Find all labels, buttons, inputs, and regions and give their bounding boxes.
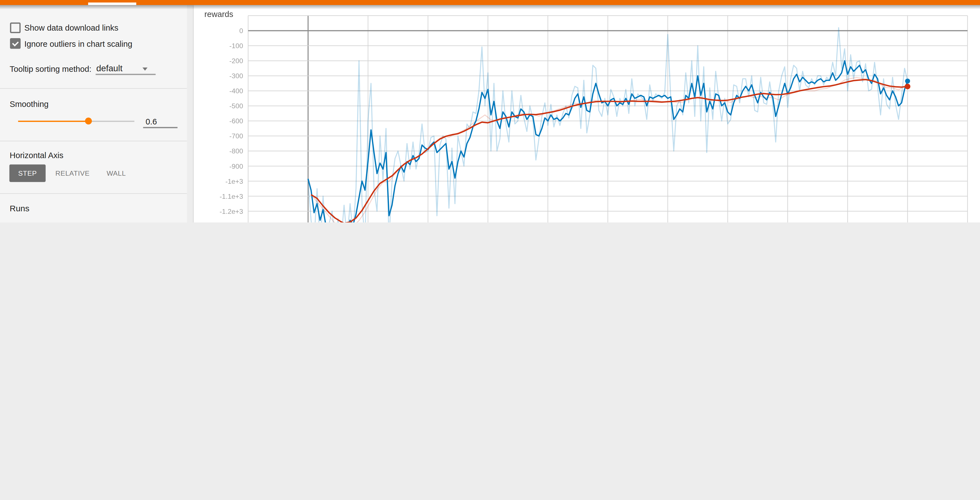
svg-text:-500: -500: [229, 102, 243, 110]
active-tab-indicator: [88, 3, 136, 5]
ignore-outliers-label: Ignore outliers in chart scaling: [24, 39, 132, 48]
dropdown-underline: [96, 74, 156, 75]
svg-text:-1e+3: -1e+3: [225, 178, 243, 185]
divider: [0, 193, 187, 193]
smoothing-value-input[interactable]: 0.6: [146, 117, 157, 126]
runs-section-label: Runs: [10, 204, 30, 213]
axis-relative-button[interactable]: RELATIVE: [54, 164, 91, 182]
rewards-card: rewards 0-100-200-300-400-500-600-700-80…: [194, 5, 980, 223]
svg-text:-1.2e+3: -1.2e+3: [220, 208, 243, 215]
smoothing-label: Smoothing: [10, 99, 49, 108]
rewards-chart[interactable]: 0-100-200-300-400-500-600-700-800-900-1e…: [194, 5, 980, 223]
smoothing-slider-thumb[interactable]: [84, 118, 92, 124]
run-filter-input[interactable]: train: [10, 221, 26, 223]
svg-text:0: 0: [239, 27, 243, 35]
smoothing-slider-fill: [18, 120, 88, 121]
axis-wall-button[interactable]: WALL: [102, 164, 130, 182]
svg-text:-700: -700: [229, 132, 243, 140]
svg-text:-300: -300: [229, 72, 243, 80]
dropdown-caret-icon[interactable]: [142, 67, 148, 70]
smoothing-value-underline: [143, 127, 178, 128]
svg-text:-600: -600: [229, 117, 243, 125]
tooltip-sorting-dropdown[interactable]: default: [96, 63, 123, 73]
svg-text:-400: -400: [229, 87, 243, 95]
svg-text:-100: -100: [229, 42, 243, 49]
axis-step-button[interactable]: STEP: [10, 164, 46, 182]
svg-text:-900: -900: [229, 162, 243, 170]
settings-sidebar: Show data download links Ignore outliers…: [0, 5, 187, 223]
divider: [0, 88, 187, 89]
ignore-outliers-checkbox[interactable]: [10, 38, 20, 49]
show-download-links-checkbox[interactable]: [10, 22, 20, 33]
tooltip-sorting-label: Tooltip sorting method:: [10, 64, 92, 73]
horizontal-axis-label: Horizontal Axis: [10, 150, 64, 160]
show-download-links-label: Show data download links: [24, 23, 119, 33]
svg-text:-800: -800: [229, 147, 243, 155]
svg-text:-1.1e+3: -1.1e+3: [220, 193, 243, 200]
divider: [0, 140, 187, 141]
svg-text:-200: -200: [229, 57, 243, 65]
tensorboard-window: Show data download links Ignore outliers…: [0, 0, 980, 223]
top-bar: [0, 0, 980, 5]
